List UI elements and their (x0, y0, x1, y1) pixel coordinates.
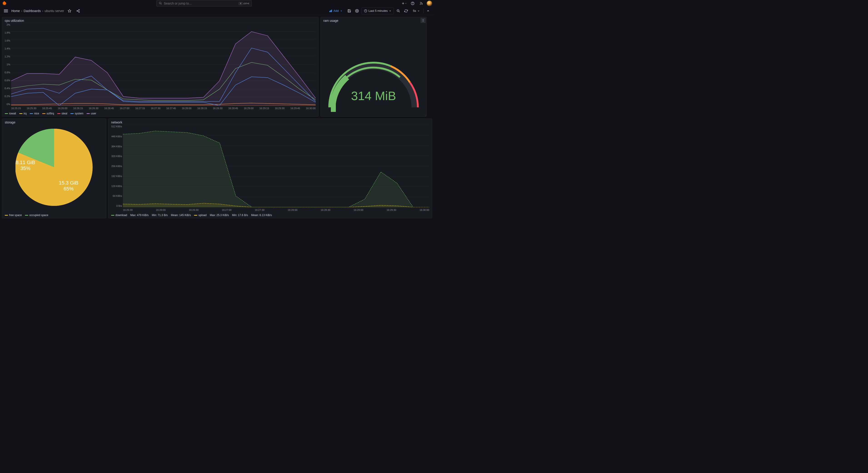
topbar: ⌘ ctrl+k (0, 0, 434, 7)
breadcrumb-dashboards[interactable]: Dashboards (24, 9, 41, 13)
panel-storage[interactable]: storage 8.11 GiB 35% 15.3 GiB 6 (2, 119, 106, 218)
share-button[interactable] (75, 8, 81, 14)
breadcrumb-home[interactable]: Home (11, 9, 20, 13)
kbd-hint: ⌘ ctrl+k (239, 2, 249, 5)
breadcrumb-current: ubuntu server (44, 9, 64, 13)
svg-point-8 (79, 9, 80, 10)
add-icon[interactable] (401, 0, 407, 7)
panel-title: ram usage (323, 19, 338, 23)
zoom-out-button[interactable] (395, 8, 402, 14)
svg-line-1 (161, 3, 162, 4)
y-axis: 512 KiB/s448 KiB/s384 KiB/s320 KiB/s256 … (108, 125, 122, 207)
search-icon (159, 2, 162, 5)
network-chart[interactable] (123, 125, 429, 207)
panel-title: storage (5, 121, 16, 124)
pie-label-occupied: 15.3 GiB 65% (59, 180, 79, 192)
pie-label-free: 8.11 GiB 35% (16, 160, 35, 172)
network-legend: download Max: 479 KiB/s Min: 71.3 B/s Me… (111, 213, 429, 217)
svg-rect-13 (329, 11, 330, 12)
add-panel-button[interactable]: Add (327, 7, 345, 14)
ram-value: 314 MiB (321, 89, 427, 103)
svg-point-0 (159, 2, 161, 4)
svg-line-11 (78, 10, 79, 11)
svg-point-9 (77, 10, 78, 11)
time-range-picker[interactable]: Last 5 minutes (362, 7, 394, 14)
menu-toggle[interactable] (3, 8, 9, 14)
panel-cpu[interactable]: cpu utilization 2%1.8%1.6%1.4%1.2%1%0.8%… (2, 17, 318, 117)
svg-point-33 (423, 20, 423, 21)
cpu-legend: iowaitirqnicesoftirqstealsystemuser (5, 112, 316, 115)
refresh-button[interactable] (403, 8, 409, 14)
rss-icon[interactable] (418, 0, 425, 7)
panel-network[interactable]: network 512 KiB/s448 KiB/s384 KiB/s320 K… (108, 119, 432, 218)
cpu-chart[interactable] (11, 23, 316, 105)
search-input[interactable] (164, 2, 237, 5)
y-axis: 2%1.8%1.6%1.4%1.2%1%0.8%0.6%0.4%0.2%0% (2, 23, 10, 105)
svg-point-10 (79, 11, 80, 12)
svg-point-16 (356, 10, 358, 11)
refresh-interval-picker[interactable]: 5s (411, 7, 422, 14)
grafana-logo-icon[interactable] (2, 1, 7, 6)
global-search[interactable]: ⌘ ctrl+k (156, 0, 252, 7)
settings-button[interactable] (354, 8, 360, 14)
panel-title: network (111, 121, 122, 124)
svg-line-19 (399, 11, 400, 12)
svg-rect-35 (331, 103, 336, 112)
svg-point-32 (423, 19, 423, 20)
breadcrumb: Home › Dashboards › ubuntu server (11, 9, 64, 13)
storage-legend: free space occupied space (5, 213, 103, 217)
svg-point-34 (423, 21, 423, 22)
svg-rect-15 (331, 9, 332, 12)
panel-title: cpu utilization (5, 19, 24, 23)
x-axis: 16:25:3016:26:0016:26:3016:27:0016:27:30… (123, 209, 429, 211)
chevron-right-icon: › (21, 9, 22, 13)
save-button[interactable] (346, 8, 352, 14)
chevron-right-icon: › (42, 9, 43, 13)
resize-handle-icon[interactable] (424, 114, 426, 116)
panel-menu-button[interactable] (421, 18, 426, 23)
user-avatar[interactable] (427, 1, 432, 6)
star-button[interactable] (66, 8, 73, 14)
hamburger-icon (4, 9, 8, 12)
help-icon[interactable] (409, 0, 416, 7)
collapse-button[interactable] (425, 8, 431, 14)
svg-line-12 (78, 11, 79, 12)
panel-ram[interactable]: ram usage 314 MiB (320, 17, 427, 117)
svg-marker-7 (68, 9, 71, 12)
x-axis: 16:25:1516:25:3016:25:4516:26:0016:26:15… (11, 107, 316, 110)
navbar: Home › Dashboards › ubuntu server Add La… (0, 7, 434, 15)
svg-rect-14 (330, 10, 331, 12)
